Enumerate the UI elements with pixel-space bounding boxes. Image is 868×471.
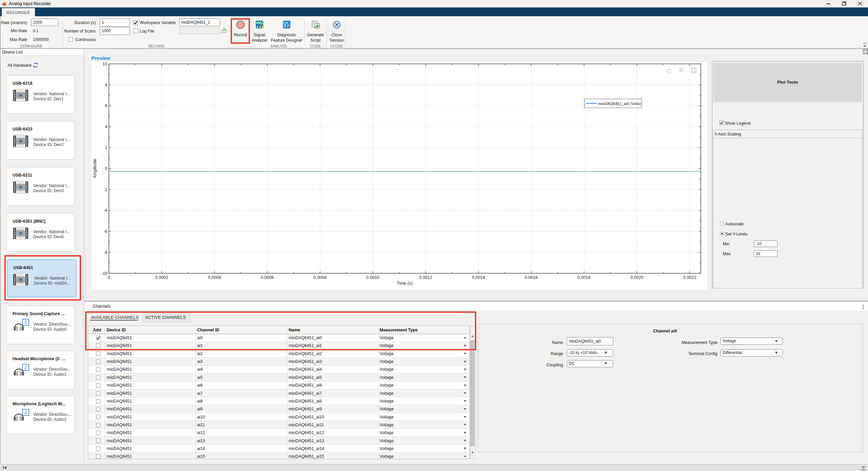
svg-text:6: 6 — [105, 103, 108, 108]
svg-text:8: 8 — [105, 83, 108, 87]
svg-text:♫: ♫ — [24, 365, 27, 370]
svg-text:0.0006: 0.0006 — [261, 275, 274, 280]
svg-text:0.0002: 0.0002 — [155, 275, 168, 280]
svg-text:0.0018: 0.0018 — [578, 275, 591, 280]
svg-text:-10: -10 — [101, 271, 107, 276]
svg-text:0: 0 — [105, 166, 108, 171]
svg-text:0: 0 — [108, 275, 110, 280]
svg-text:0.0016: 0.0016 — [525, 275, 538, 280]
svg-text:0.0012: 0.0012 — [419, 275, 432, 280]
svg-text:2: 2 — [105, 145, 108, 150]
svg-text:0.0004: 0.0004 — [208, 275, 221, 280]
svg-text:-2: -2 — [103, 187, 107, 192]
svg-text:10: 10 — [103, 62, 108, 66]
svg-text:♫: ♫ — [24, 320, 27, 325]
svg-text:0.0010: 0.0010 — [366, 275, 379, 280]
svg-text:Time (s): Time (s) — [397, 281, 412, 286]
svg-text:4: 4 — [105, 124, 108, 129]
svg-text:0.0014: 0.0014 — [472, 275, 485, 280]
svg-text:-8: -8 — [103, 250, 107, 255]
svg-text:mioDAQ6451_ai0 (Volts): mioDAQ6451_ai0 (Volts) — [598, 101, 641, 106]
svg-text:0.0008: 0.0008 — [313, 275, 326, 280]
svg-text:-6: -6 — [103, 229, 107, 234]
svg-text:♫: ♫ — [24, 410, 27, 415]
svg-text:-4: -4 — [103, 208, 107, 213]
svg-text:0.0022: 0.0022 — [683, 275, 696, 280]
svg-text:0.0020: 0.0020 — [630, 275, 643, 280]
svg-text:Amplitude: Amplitude — [92, 159, 97, 178]
